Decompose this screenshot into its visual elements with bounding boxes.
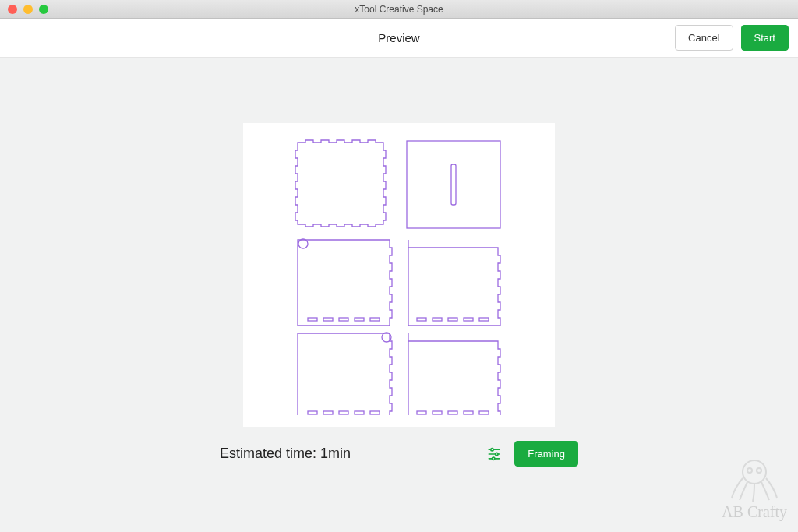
cancel-button[interactable]: Cancel	[675, 25, 733, 51]
svg-point-27	[496, 453, 498, 455]
window-title: xTool Creative Space	[0, 4, 798, 15]
svg-rect-14	[308, 411, 317, 414]
svg-rect-23	[479, 411, 489, 414]
svg-rect-20	[433, 411, 442, 414]
preview-area: Estimated time: 1min Framing	[0, 58, 798, 532]
svg-rect-17	[355, 411, 364, 414]
sliders-icon[interactable]	[486, 446, 502, 462]
svg-rect-15	[323, 411, 333, 414]
design-preview	[243, 123, 555, 427]
window-titlebar: xTool Creative Space	[0, 0, 798, 19]
svg-rect-10	[448, 318, 457, 321]
svg-rect-18	[370, 411, 380, 414]
svg-rect-0	[407, 141, 500, 228]
close-icon[interactable]	[8, 5, 17, 14]
svg-rect-4	[323, 318, 333, 321]
svg-rect-19	[417, 411, 426, 414]
preview-controls: Framing	[486, 441, 578, 467]
svg-rect-16	[339, 411, 348, 414]
app-header: Preview Cancel Start	[0, 19, 798, 58]
header-actions: Cancel Start	[675, 25, 789, 51]
svg-rect-11	[464, 318, 473, 321]
svg-rect-22	[464, 411, 473, 414]
svg-rect-5	[339, 318, 348, 321]
estimated-time-label: Estimated time: 1min	[220, 446, 351, 462]
svg-rect-8	[417, 318, 426, 321]
preview-bottom-bar: Estimated time: 1min Framing	[220, 441, 578, 467]
window-controls	[0, 5, 48, 14]
maximize-icon[interactable]	[39, 5, 48, 14]
framing-button[interactable]: Framing	[514, 441, 578, 467]
minimize-icon[interactable]	[23, 5, 33, 14]
svg-point-2	[298, 239, 308, 248]
svg-rect-3	[308, 318, 317, 321]
svg-point-29	[493, 457, 495, 460]
svg-rect-12	[479, 318, 489, 321]
svg-point-25	[491, 448, 493, 450]
svg-rect-21	[448, 411, 457, 414]
svg-rect-1	[451, 164, 456, 205]
svg-rect-9	[433, 318, 442, 321]
svg-rect-7	[370, 318, 380, 321]
design-svg	[278, 135, 520, 415]
svg-rect-6	[355, 318, 364, 321]
start-button[interactable]: Start	[741, 25, 789, 51]
